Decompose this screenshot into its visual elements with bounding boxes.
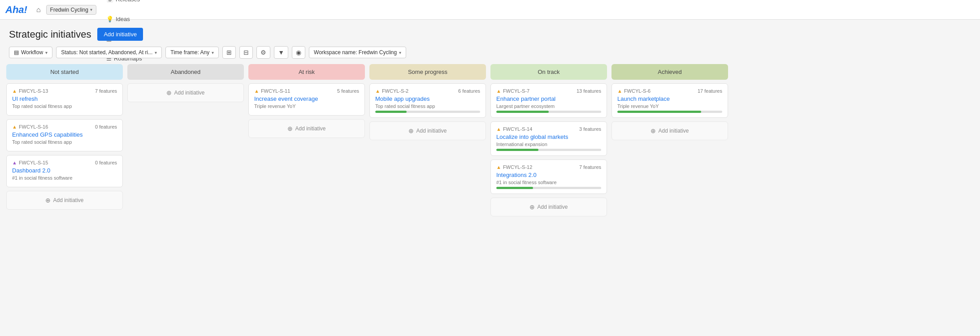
chevron-down-icon: ▾ <box>90 7 92 12</box>
progress-bar <box>496 187 601 189</box>
filter-button[interactable]: ▼ <box>274 46 288 59</box>
card-id-text: FWCYL-S-12 <box>503 164 532 170</box>
share-button[interactable]: ◉ <box>292 46 305 59</box>
column-some-progress: Some progress ▲ FWCYL-S-2 6 features Mob… <box>369 64 486 216</box>
nav-tab-releases[interactable]: 📅Releases <box>100 0 148 10</box>
add-initiative-some-progress[interactable]: ⊕Add initiative <box>369 121 486 140</box>
card-features: 6 features <box>458 88 480 94</box>
column-header-not-started: Not started <box>6 64 123 80</box>
card-id-text: FWCYL-S-16 <box>19 124 48 129</box>
grid-view-button[interactable]: ⊞ <box>222 46 236 59</box>
card-subtitle: Triple revenue YoY <box>254 103 359 109</box>
add-initiative-not-started[interactable]: ⊕Add initiative <box>6 191 123 210</box>
progress-bar <box>375 111 480 113</box>
progress-fill <box>375 111 407 113</box>
card-header: ▲ FWCYL-S-15 0 features <box>12 160 117 165</box>
add-initiative-label: Add initiative <box>658 128 689 134</box>
card-id-text: FWCYL-S-2 <box>382 88 408 94</box>
add-initiative-label: Add initiative <box>537 204 568 210</box>
add-initiative-on-track[interactable]: ⊕Add initiative <box>490 198 607 216</box>
list-view-button[interactable]: ⊟ <box>239 46 253 59</box>
home-button[interactable]: ⌂ <box>33 4 44 16</box>
initiative-card[interactable]: ▲ FWCYL-S-15 0 features Dashboard 2.0 #1… <box>6 155 123 187</box>
card-features: 7 features <box>579 164 601 170</box>
releases-label: Releases <box>116 0 140 3</box>
card-header: ▲ FWCYL-S-7 13 features <box>496 88 601 94</box>
column-header-on-track: On track <box>490 64 607 80</box>
card-title[interactable]: Enhance partner portal <box>496 95 601 102</box>
workspace-selector[interactable]: Fredwin Cycling ▾ <box>46 5 96 15</box>
initiative-icon: ▲ <box>12 88 17 94</box>
card-id: ▲ FWCYL-S-6 <box>617 88 650 94</box>
column-achieved: Achieved ▲ FWCYL-S-6 17 features Launch … <box>611 64 728 216</box>
card-subtitle: #1 in social fitness software <box>12 175 117 181</box>
card-title[interactable]: Integrations 2.0 <box>496 172 601 178</box>
card-subtitle: #1 in social fitness software <box>496 180 601 185</box>
column-header-abandoned: Abandoned <box>127 64 244 80</box>
ideas-icon: 💡 <box>106 16 113 22</box>
workspace-label: Fredwin Cycling <box>50 7 88 13</box>
plus-icon: ⊕ <box>45 197 51 204</box>
progress-bar <box>496 111 601 113</box>
card-header: ▲ FWCYL-S-12 7 features <box>496 164 601 170</box>
initiative-card[interactable]: ▲ FWCYL-S-13 7 features UI refresh Top r… <box>6 83 123 116</box>
card-id: ▲ FWCYL-S-7 <box>496 88 529 94</box>
initiative-card[interactable]: ▲ FWCYL-S-11 5 features Increase event c… <box>248 83 365 116</box>
card-header: ▲ FWCYL-S-6 17 features <box>617 88 722 94</box>
card-title[interactable]: Mobile app upgrades <box>375 95 480 102</box>
add-initiative-achieved[interactable]: ⊕Add initiative <box>611 121 728 140</box>
initiative-card[interactable]: ▲ FWCYL-S-14 3 features Localize into gl… <box>490 121 607 156</box>
initiative-card[interactable]: ▲ FWCYL-S-12 7 features Integrations 2.0… <box>490 159 607 194</box>
card-header: ▲ FWCYL-S-14 3 features <box>496 126 601 132</box>
nav-tab-ideas[interactable]: 💡Ideas <box>100 10 148 30</box>
card-title[interactable]: Increase event coverage <box>254 95 359 102</box>
card-subtitle: Top rated social fitness app <box>375 103 480 109</box>
progress-fill <box>496 187 533 189</box>
chevron-down-icon: ▾ <box>399 50 401 55</box>
card-title[interactable]: Dashboard 2.0 <box>12 167 117 174</box>
column-on-track: On track ▲ FWCYL-S-7 13 features Enhance… <box>490 64 607 216</box>
progress-fill <box>617 111 701 113</box>
card-id-text: FWCYL-S-6 <box>624 88 650 94</box>
add-initiative-label: Add initiative <box>174 90 204 96</box>
initiative-card[interactable]: ▲ FWCYL-S-6 17 features Launch marketpla… <box>611 83 728 118</box>
card-title[interactable]: UI refresh <box>12 95 117 102</box>
card-title[interactable]: Enhanced GPS capabilities <box>12 131 117 138</box>
workflow-label: Workflow <box>21 49 43 56</box>
card-id-text: FWCYL-S-13 <box>19 88 48 94</box>
card-id: ▲ FWCYL-S-15 <box>12 160 48 165</box>
nav-bar: Aha! ⌂ Fredwin Cycling ▾ ℹInfo◎Strategy📅… <box>0 0 980 20</box>
initiative-card[interactable]: ▲ FWCYL-S-7 13 features Enhance partner … <box>490 83 607 118</box>
workspace-name-button[interactable]: Workspace name: Fredwin Cycling ▾ <box>309 47 406 58</box>
card-id-text: FWCYL-S-15 <box>19 160 48 165</box>
plus-icon: ⊕ <box>166 89 172 96</box>
status-filter-label: Status: Not started, Abandoned, At ri... <box>61 49 152 56</box>
ideas-label: Ideas <box>116 16 130 22</box>
card-features: 5 features <box>337 88 359 94</box>
workspace-name-label: Workspace name: Fredwin Cycling <box>314 49 397 56</box>
card-title[interactable]: Launch marketplace <box>617 95 722 102</box>
add-initiative-label: Add initiative <box>53 197 83 203</box>
initiative-icon: ▲ <box>496 164 501 170</box>
column-at-risk: At risk ▲ FWCYL-S-11 5 features Increase… <box>248 64 365 216</box>
card-id: ▲ FWCYL-S-12 <box>496 164 532 170</box>
status-filter-button[interactable]: Status: Not started, Abandoned, At ri...… <box>56 47 162 58</box>
card-features: 3 features <box>579 126 601 132</box>
add-initiative-abandoned[interactable]: ⊕Add initiative <box>127 83 244 102</box>
settings-button[interactable]: ⚙ <box>256 46 270 59</box>
timeframe-filter-button[interactable]: Time frame: Any ▾ <box>165 47 219 58</box>
workflow-button[interactable]: ▤ Workflow ▾ <box>9 47 52 58</box>
initiative-icon: ▲ <box>375 88 380 94</box>
add-initiative-at-risk[interactable]: ⊕Add initiative <box>248 119 365 138</box>
card-id: ▲ FWCYL-S-16 <box>12 124 48 129</box>
card-subtitle: Triple revenue YoY <box>617 103 722 109</box>
initiative-icon: ▲ <box>496 88 501 94</box>
add-initiative-button[interactable]: Add initiative <box>97 28 143 41</box>
card-title[interactable]: Localize into global markets <box>496 134 601 140</box>
progress-fill <box>496 149 538 151</box>
card-id: ▲ FWCYL-S-11 <box>254 88 290 94</box>
initiative-card[interactable]: ▲ FWCYL-S-2 6 features Mobile app upgrad… <box>369 83 486 118</box>
initiative-card[interactable]: ▲ FWCYL-S-16 0 features Enhanced GPS cap… <box>6 119 123 151</box>
page-title: Strategic initiatives <box>9 29 91 40</box>
add-initiative-label: Add initiative <box>416 128 447 134</box>
